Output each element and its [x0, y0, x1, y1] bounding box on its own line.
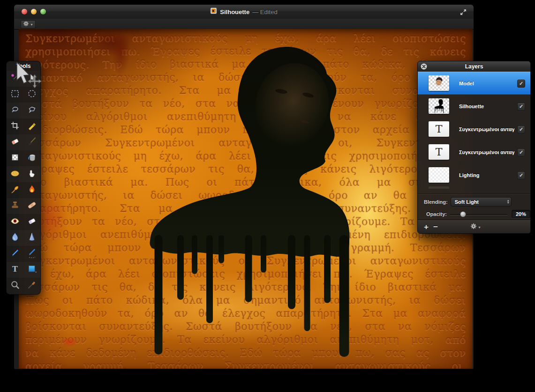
paint-drip [206, 235, 213, 323]
opacity-value-field[interactable]: 20% [512, 210, 530, 218]
sharpen-tool-icon [27, 232, 37, 244]
paint-drip [261, 235, 266, 273]
close-icon [421, 63, 427, 70]
soft-eraser-tool-icon [27, 216, 37, 228]
zoom-tool-icon [10, 280, 20, 292]
slice-tool-icon [27, 120, 37, 133]
layer-row-silhouette[interactable]: Silhouette✓ [418, 95, 530, 118]
layers-panel: Layers Model✓ Silhouette✓TΣυγκεντρωμένοι… [417, 61, 531, 234]
layer-name: Model [459, 81, 474, 86]
paint-drip [304, 235, 310, 331]
layer-row-[interactable]: TΣυγκεντρωμένοι ανταγω…✓ [418, 141, 530, 163]
crop-tool-button[interactable] [7, 118, 23, 134]
dodge-tool-button[interactable] [7, 182, 23, 198]
window-toolbar: ▼ [14, 19, 474, 30]
layer-name: Συγκεντρωμένοι ανταγω… [459, 149, 514, 155]
close-panel-button[interactable] [421, 63, 427, 70]
opacity-slider[interactable] [450, 211, 508, 217]
slice-tool-button[interactable] [23, 118, 40, 134]
silhouette-artwork [19, 29, 473, 369]
zoom-window-button[interactable] [40, 9, 46, 15]
blending-select[interactable]: Soft Light ▲▼ [451, 197, 512, 207]
healing-tool-button[interactable] [23, 198, 40, 214]
polygonal-lasso-tool-button[interactable] [23, 103, 40, 118]
layer-row-lighting[interactable]: Lighting✓ [418, 163, 530, 186]
layer-visibility-checkbox[interactable]: ✓ [517, 171, 525, 179]
opacity-slider-track[interactable] [450, 214, 508, 215]
layer-row-[interactable]: TΣυγκεντρωμένοι ανταγω…✓ [418, 118, 530, 141]
opacity-slider-thumb[interactable] [460, 211, 466, 217]
ellipse-marquee-tool-button[interactable] [23, 87, 40, 103]
lasso-tool-button[interactable] [7, 103, 23, 118]
minimize-window-button[interactable] [31, 9, 37, 15]
clone-stamp-tool-icon [10, 200, 20, 212]
gear-icon [470, 223, 477, 231]
layer-gear-menu-button[interactable]: ▼ [470, 223, 481, 231]
pen-tool-button[interactable] [7, 246, 23, 262]
remove-layer-button[interactable]: − [432, 223, 439, 231]
paint-bucket-tool-icon [27, 152, 37, 164]
eyedropper-tool-icon [27, 280, 37, 292]
layer-name: Συγκεντρωμένοι ανταγω… [459, 126, 514, 132]
layers-panel-header: Layers [418, 61, 530, 72]
canvas[interactable]: Συγκεντρωμένοι ανταγωνιστικούς μη έχω, ά… [19, 29, 473, 369]
zoom-tool-button[interactable] [7, 278, 23, 294]
move-tool-button[interactable] [23, 71, 40, 87]
magic-wand-tool-button[interactable] [7, 71, 23, 87]
window-title: Silhouette [220, 8, 249, 15]
window-title-suffix: — Edited [252, 8, 277, 15]
desktop: { "window": { "title": "Silhouette", "ti… [0, 0, 535, 392]
add-layer-button[interactable]: + [422, 223, 430, 231]
layer-thumbnail [429, 98, 449, 114]
freeform-pen-tool-icon [27, 248, 37, 260]
shape-tool-button[interactable] [23, 262, 40, 278]
smudge-tool-button[interactable] [23, 166, 40, 182]
sponge-tool-button[interactable] [7, 166, 23, 182]
paint-bucket-tool-button[interactable] [23, 150, 40, 166]
layers-panel-title: Layers [465, 63, 483, 70]
titlebar: Silhouette — Edited [14, 5, 474, 19]
magic-wand-tool-icon [10, 73, 20, 85]
paint-drip [177, 235, 184, 300]
gear-icon [23, 20, 29, 29]
paint-drip [219, 235, 224, 263]
stepper-arrows-icon: ▲▼ [507, 198, 510, 206]
expand-arrows-icon [460, 8, 467, 16]
freeform-pen-tool-button[interactable] [23, 246, 40, 262]
eyedropper-tool-button[interactable] [23, 278, 40, 294]
layer-visibility-checkbox[interactable]: ✓ [517, 80, 525, 88]
canvas-gear-menu-button[interactable]: ▼ [21, 20, 36, 29]
layer-visibility-checkbox[interactable]: ✓ [517, 148, 525, 156]
sponge-tool-icon [10, 168, 20, 180]
layer-thumbnail [429, 75, 449, 91]
fullscreen-button[interactable] [460, 8, 467, 16]
move-tool-icon [27, 73, 37, 85]
layer-list: Model✓ Silhouette✓TΣυγκεντρωμένοι ανταγω… [418, 72, 530, 186]
brush-tool-icon [27, 136, 37, 148]
clone-stamp-tool-button[interactable] [7, 198, 23, 214]
red-eye-tool-icon [10, 216, 20, 228]
burn-tool-icon [27, 184, 37, 196]
ellipse-marquee-tool-icon [27, 89, 37, 101]
rect-marquee-tool-button[interactable] [7, 87, 23, 103]
layer-row-model[interactable]: Model✓ [418, 72, 530, 95]
type-tool-icon: T [10, 264, 20, 276]
blur-tool-icon [10, 232, 20, 244]
dropdown-caret-icon: ▼ [30, 23, 33, 26]
type-tool-button[interactable]: T [7, 262, 23, 278]
magic-eraser-tool-button[interactable] [7, 150, 23, 166]
dodge-tool-icon [10, 184, 20, 196]
red-eye-tool-button[interactable] [7, 214, 23, 230]
app-window: Silhouette — Edited ▼ Συγκεντρωμένοι αντ… [14, 5, 474, 369]
document-icon [210, 7, 217, 16]
soft-eraser-tool-button[interactable] [23, 214, 40, 230]
blur-tool-button[interactable] [7, 230, 23, 246]
close-window-button[interactable] [22, 9, 27, 15]
brush-tool-button[interactable] [23, 134, 40, 150]
burn-tool-button[interactable] [23, 182, 40, 198]
healing-tool-icon [27, 200, 37, 212]
layer-visibility-checkbox[interactable]: ✓ [517, 103, 525, 111]
sharpen-tool-button[interactable] [23, 230, 40, 246]
layer-visibility-checkbox[interactable]: ✓ [517, 126, 525, 133]
eraser-tool-button[interactable] [7, 134, 23, 150]
